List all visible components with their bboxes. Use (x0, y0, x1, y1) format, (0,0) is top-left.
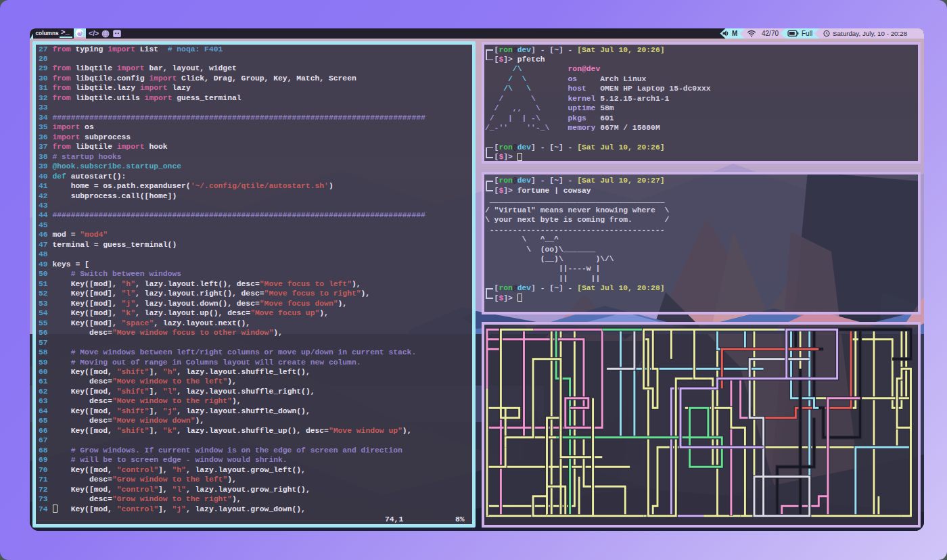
svg-text:Saturday, July, 10 - 20:28: Saturday, July, 10 - 20:28 (833, 30, 908, 37)
svg-text:M: M (732, 30, 737, 37)
svg-text:Full: Full (802, 30, 812, 37)
svg-text:42/70: 42/70 (762, 30, 779, 37)
